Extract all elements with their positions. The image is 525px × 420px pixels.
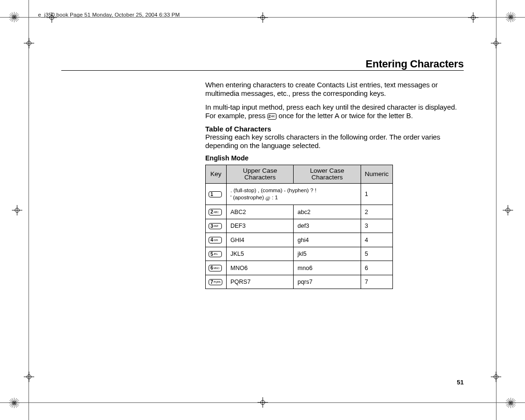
cell-key: 7PQRS [206, 275, 227, 289]
crosshair-icon [503, 205, 513, 215]
english-mode-heading: English Mode [205, 154, 464, 162]
cell-key: 2ABC [206, 205, 227, 219]
cell-lower: jkl5 [294, 247, 361, 261]
cell-lower: def3 [294, 219, 361, 233]
cell-key: 4GHI [206, 233, 227, 247]
cell-upper: JKL5 [227, 247, 294, 261]
header-numeric: Numeric [361, 165, 392, 183]
table-row: 6MNO MNO6 mno6 6 [206, 261, 393, 275]
para2-text-b: once for the letter A or twice for the l… [278, 112, 413, 120]
keycap-icon: 4GHI [209, 237, 222, 243]
crosshair-icon [491, 38, 501, 48]
keycap-icon: 6MNO [209, 265, 222, 271]
body-column: When entering characters to create Conta… [205, 81, 464, 289]
header-key: Key [206, 165, 227, 183]
cell-key: 1 [206, 184, 227, 205]
cell-lower: mno6 [294, 261, 361, 275]
crosshair-icon [491, 372, 501, 382]
page-number: 51 [457, 379, 464, 386]
keycap-inline-icon: 2ABC [267, 113, 277, 120]
crosshair-icon [258, 12, 268, 23]
cell-upper: MNO6 [227, 261, 294, 275]
cell-key: 3DEF [206, 219, 227, 233]
table-row: 2ABC ABC2 abc2 2 [206, 205, 393, 219]
cell-upper: DEF3 [227, 219, 294, 233]
running-header: e_j350.book Page 51 Monday, October 25, … [38, 12, 180, 18]
registration-mark-icon [505, 397, 516, 409]
crosshair-icon [12, 205, 22, 215]
cell-numeric: 4 [361, 233, 392, 247]
crop-line-left [29, 0, 29, 420]
title-rule [61, 70, 464, 71]
cell-upper: ABC2 [227, 205, 294, 219]
cell-upper: GHI4 [227, 233, 294, 247]
crosshair-icon [468, 12, 478, 23]
table-row: 5JKL JKL5 jkl5 5 [206, 247, 393, 261]
cell-numeric: 7 [361, 275, 392, 289]
cell-lower: abc2 [294, 205, 361, 219]
registration-mark-icon [505, 11, 516, 23]
cell-numeric: 3 [361, 219, 392, 233]
crosshair-icon [24, 372, 34, 382]
keycap-icon: 2ABC [209, 209, 222, 215]
keycap-icon: 3DEF [209, 223, 222, 230]
content-area: Entering Characters When entering charac… [61, 52, 464, 368]
table-row: 1 . (full-stop) , (comma) - (hyphen) ? !… [206, 184, 393, 205]
crosshair-icon [258, 397, 268, 408]
cell-numeric: 5 [361, 247, 392, 261]
table-of-characters-note: Pressing each key scrolls characters in … [205, 133, 464, 150]
keycap-icon: 5JKL [209, 251, 222, 258]
header-upper: Upper Case Characters [227, 165, 294, 183]
table-row: 7PQRS PQRS7 pqrs7 7 [206, 275, 393, 289]
table-header-row: Key Upper Case Characters Lower Case Cha… [206, 165, 393, 183]
cell-lower: ghi4 [294, 233, 361, 247]
page-title: Entering Characters [366, 58, 464, 70]
cell-key: 6MNO [206, 261, 227, 275]
cell-row1-span: . (full-stop) , (comma) - (hyphen) ? !' … [227, 184, 361, 205]
crosshair-icon [24, 38, 34, 48]
registration-mark-icon [9, 11, 20, 23]
intro-paragraph-2: In multi-tap input method, press each ke… [205, 103, 464, 121]
table-of-characters-heading: Table of Characters [205, 125, 464, 133]
table-row: 4GHI GHI4 ghi4 4 [206, 233, 393, 247]
characters-table: Key Upper Case Characters Lower Case Cha… [205, 165, 393, 289]
intro-paragraph-1: When entering characters to create Conta… [205, 81, 464, 98]
cell-numeric: 1 [361, 184, 392, 205]
cell-lower: pqrs7 [294, 275, 361, 289]
table-row: 3DEF DEF3 def3 3 [206, 219, 393, 233]
cell-numeric: 2 [361, 205, 392, 219]
crop-line-right [496, 0, 496, 420]
header-lower: Lower Case Characters [294, 165, 361, 183]
keycap-icon: 7PQRS [209, 279, 222, 286]
cell-numeric: 6 [361, 261, 392, 275]
registration-mark-icon [9, 397, 20, 409]
cell-upper: PQRS7 [227, 275, 294, 289]
cell-key: 5JKL [206, 247, 227, 261]
keycap-icon: 1 [209, 191, 222, 198]
